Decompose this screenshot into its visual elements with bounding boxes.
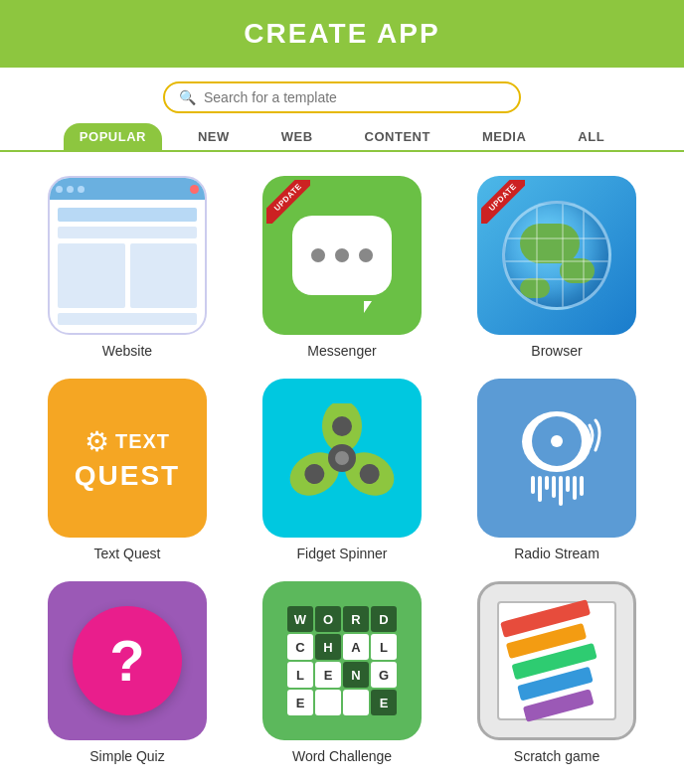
app-label-messenger: Messenger: [307, 343, 376, 359]
app-label-textquest: Text Quest: [94, 546, 161, 561]
app-label-fidget: Fidget Spinner: [296, 546, 387, 561]
tab-all[interactable]: ALL: [562, 123, 620, 150]
tab-content[interactable]: CONTENT: [349, 123, 446, 150]
radio-antenna-svg: [566, 415, 605, 455]
app-item-scratch[interactable]: Scratch game: [459, 581, 654, 764]
svg-point-4: [335, 451, 349, 465]
app-item-browser[interactable]: UPDATE Browser: [459, 176, 654, 359]
app-item-quiz[interactable]: ? Simple Quiz: [30, 581, 225, 764]
app-item-radio[interactable]: Radio Stream: [459, 379, 654, 561]
tab-media[interactable]: MEDIA: [466, 123, 542, 150]
app-icon-textquest: ⚙ TEXT QUEST: [48, 379, 207, 538]
tab-new[interactable]: NEW: [182, 123, 246, 150]
fidget-spinner-svg: [287, 403, 397, 513]
app-icon-scratch: [477, 581, 636, 740]
app-grid: Website UPDATE Messenger: [0, 152, 684, 784]
tab-popular[interactable]: POPULAR: [64, 123, 162, 150]
app-icon-fidget: [262, 379, 422, 538]
app-label-radio: Radio Stream: [514, 546, 599, 561]
gear-icon: ⚙: [85, 425, 109, 458]
svg-point-5: [332, 416, 352, 436]
app-item-website[interactable]: Website: [30, 176, 225, 359]
page-title: CREATE APP: [244, 18, 439, 49]
search-input[interactable]: [204, 89, 505, 105]
app-header: CREATE APP: [0, 0, 684, 68]
search-container: 🔍: [0, 68, 684, 113]
app-item-fidget[interactable]: Fidget Spinner: [245, 379, 439, 561]
search-icon: 🔍: [179, 89, 196, 105]
app-label-scratch: Scratch game: [514, 748, 599, 764]
app-icon-wordchallenge: W O R D C H A L L E N G: [262, 581, 422, 740]
app-icon-messenger: UPDATE: [262, 176, 422, 335]
app-label-browser: Browser: [531, 343, 582, 359]
app-icon-browser: UPDATE: [477, 176, 636, 335]
search-box: 🔍: [163, 81, 521, 113]
app-icon-website: [48, 176, 207, 335]
app-item-messenger[interactable]: UPDATE Messenger: [245, 176, 439, 359]
app-icon-quiz: ?: [48, 581, 207, 740]
app-label-wordchallenge: Word Challenge: [292, 748, 392, 764]
app-icon-radio: [477, 379, 636, 538]
app-label-website: Website: [102, 343, 152, 359]
app-item-textquest[interactable]: ⚙ TEXT QUEST Text Quest: [30, 379, 225, 561]
app-label-quiz: Simple Quiz: [89, 748, 164, 764]
tab-web[interactable]: WEB: [265, 123, 329, 150]
app-item-wordchallenge[interactable]: W O R D C H A L L E N G: [245, 581, 439, 764]
tabs-container: POPULAR NEW WEB CONTENT MEDIA ALL: [0, 113, 684, 152]
